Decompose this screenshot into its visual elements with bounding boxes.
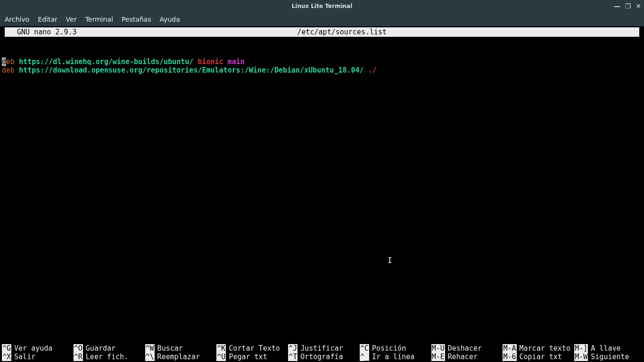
shortcut-item: ^UPegar txt <box>216 353 284 361</box>
shortcut-key: ^J <box>288 344 297 353</box>
shortcut-item: ^CPosición <box>360 344 428 353</box>
nano-file-path: /etc/apt/sources.list <box>77 27 608 37</box>
shortcut-key: ^C <box>360 344 369 353</box>
shortcut-key: M-] <box>574 344 588 353</box>
shortcut-label: Ver ayuda <box>14 344 52 353</box>
shortcut-label: Deshacer <box>448 344 482 353</box>
token <box>364 66 368 74</box>
shortcut-item: M-UDeshacer <box>431 344 499 353</box>
shortcut-key: ^R <box>74 353 83 361</box>
menu-pestanas[interactable]: Pestañas <box>122 16 151 23</box>
token: bionic <box>198 58 223 66</box>
shortcut-item: M-6Copiar txt <box>503 353 570 361</box>
shortcut-label: A llave <box>591 344 620 353</box>
token: eb <box>6 58 15 66</box>
shortcut-label: Leer fich. <box>86 353 128 361</box>
shortcut-key: ^U <box>216 353 226 361</box>
shortcut-item: ^WBuscar <box>145 344 213 353</box>
menu-ayuda[interactable]: Ayuda <box>160 16 180 23</box>
menu-terminal[interactable]: Terminal <box>85 16 113 23</box>
shortcut-item: M-AMarcar texto <box>503 344 570 353</box>
shortcut-key: ^W <box>145 344 155 353</box>
shortcut-item: ^JJustificar <box>288 344 356 353</box>
shortcut-label: Ir a línea <box>372 353 414 361</box>
shortcut-label: Marcar texto <box>520 344 570 353</box>
editor-line[interactable]: deb https://dl.winehq.org/wine-builds/ub… <box>2 58 642 66</box>
close-icon[interactable]: ✕ <box>636 3 641 9</box>
shortcut-item: M-ERehacer <box>431 353 499 361</box>
shortcut-item: ^GVer ayuda <box>2 344 70 353</box>
token: ./ <box>368 66 377 74</box>
text-cursor-icon: I <box>388 256 392 265</box>
shortcut-item: ^\Reemplazar <box>145 353 213 361</box>
shortcut-key: M-A <box>503 344 516 353</box>
nano-editor-area[interactable]: deb https://dl.winehq.org/wine-builds/ub… <box>0 37 644 344</box>
shortcut-item: ^XSalir <box>2 353 70 361</box>
shortcut-key: ^O <box>74 344 83 353</box>
shortcut-key: ^K <box>216 344 226 353</box>
shortcut-label: Ortografía <box>300 353 343 361</box>
menubar: Archivo Editar Ver Terminal Pestañas Ayu… <box>0 12 644 26</box>
shortcut-label: Justificar <box>300 344 343 353</box>
shortcut-key: ^X <box>2 353 11 361</box>
shortcut-label: Reemplazar <box>157 353 200 361</box>
token: https://download.opensuse.org/repositori… <box>19 66 364 74</box>
shortcut-key: M-W <box>574 353 588 361</box>
window-controls: — ❐ ✕ <box>614 0 641 12</box>
menu-editar[interactable]: Editar <box>38 16 57 23</box>
token <box>15 66 19 74</box>
shortcut-item: ^OGuardar <box>74 344 141 353</box>
shortcut-key: ^\ <box>145 353 155 361</box>
shortcut-item: ^KCortar Texto <box>216 344 284 353</box>
menu-archivo[interactable]: Archivo <box>5 16 29 23</box>
shortcut-item: ^TOrtografía <box>288 353 356 361</box>
nano-header: GNU nano 2.9.3 /etc/apt/sources.list <box>5 27 639 37</box>
shortcut-item: M-]A llave <box>574 344 642 353</box>
shortcut-label: Copiar txt <box>520 353 562 361</box>
shortcut-key: M-U <box>431 344 445 353</box>
shortcut-label: Siguiente <box>591 353 629 361</box>
nano-header-spacer <box>607 27 636 37</box>
text-cursor: d <box>2 58 6 66</box>
token: deb <box>2 66 15 74</box>
nano-version-label: GNU nano 2.9.3 <box>8 27 77 37</box>
nano-shortcut-bar: ^GVer ayuda^OGuardar^WBuscar^KCortar Tex… <box>0 344 644 362</box>
window-title: Linux Lite Terminal <box>292 3 353 9</box>
shortcut-label: Pegar txt <box>229 353 267 361</box>
window-titlebar: Linux Lite Terminal — ❐ ✕ <box>0 0 644 12</box>
shortcut-label: Cortar Texto <box>229 344 280 353</box>
token <box>223 58 228 66</box>
shortcut-item: ^RLeer fich. <box>74 353 141 361</box>
shortcut-item: ^_Ir a línea <box>360 353 428 361</box>
shortcut-label: Guardar <box>86 344 116 353</box>
shortcut-label: Salir <box>14 353 35 361</box>
token <box>15 58 19 66</box>
minimize-icon[interactable]: — <box>614 3 620 9</box>
token: main <box>228 58 245 66</box>
shortcut-key: ^T <box>288 353 297 361</box>
shortcut-key: M-E <box>431 353 445 361</box>
menu-ver[interactable]: Ver <box>66 16 77 23</box>
shortcut-key: M-6 <box>503 353 516 361</box>
shortcut-key: ^_ <box>360 353 369 361</box>
shortcut-label: Buscar <box>157 344 183 353</box>
shortcut-item: M-WSiguiente <box>574 353 642 361</box>
shortcut-key: ^G <box>2 344 11 353</box>
maximize-icon[interactable]: ❐ <box>625 3 631 9</box>
token: https://dl.winehq.org/wine-builds/ubuntu… <box>19 58 193 66</box>
shortcut-label: Rehacer <box>448 353 478 361</box>
shortcut-label: Posición <box>372 344 406 353</box>
editor-line[interactable]: deb https://download.opensuse.org/reposi… <box>2 66 642 74</box>
